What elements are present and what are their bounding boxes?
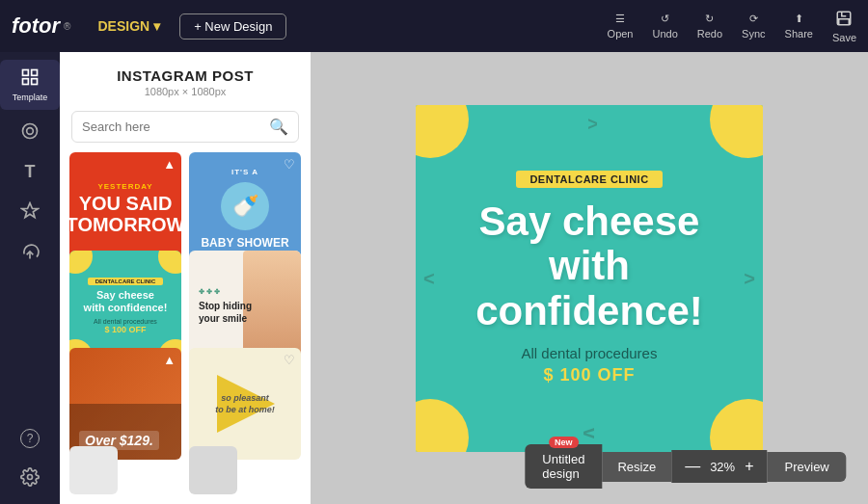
canvas-badge: DENTALCARE CLINIC bbox=[516, 171, 662, 188]
share-label: Share bbox=[785, 28, 813, 40]
save-icon bbox=[835, 10, 853, 29]
sync-label: Sync bbox=[742, 28, 765, 40]
pleasant-card-content: so pleasantto be at home! bbox=[189, 348, 301, 460]
save-button[interactable]: Save bbox=[832, 10, 856, 43]
save-label: Save bbox=[832, 32, 856, 43]
nav-actions: ☰ Open ↺ Undo ↻ Redo ⟳ Sync ⬆ Share Save bbox=[608, 10, 856, 43]
chevron-down-icon: ▾ bbox=[153, 18, 160, 34]
redo-button[interactable]: ↻ Redo bbox=[697, 13, 722, 40]
logo-sup: ® bbox=[64, 21, 70, 32]
template-label: Template bbox=[13, 93, 48, 102]
undo-icon: ↺ bbox=[661, 13, 669, 25]
share-icon: ⬆ bbox=[795, 13, 803, 25]
sidebar-item-effect[interactable] bbox=[0, 194, 60, 230]
effect-icon bbox=[20, 201, 40, 223]
bb-new-badge: New bbox=[549, 437, 579, 448]
undo-button[interactable]: ↺ Undo bbox=[653, 13, 678, 40]
svg-rect-1 bbox=[23, 70, 29, 76]
bookmark-icon: ▲ bbox=[163, 353, 176, 367]
canvas-area: < > ^ v DENTALCARE CLINIC Say cheesewith… bbox=[311, 52, 868, 504]
text-icon: T bbox=[25, 162, 36, 182]
undo-label: Undo bbox=[653, 28, 678, 40]
upload-icon bbox=[20, 242, 40, 263]
svg-rect-4 bbox=[32, 79, 38, 85]
canvas-main-text: Say cheesewith confidence! bbox=[435, 199, 744, 333]
zoom-percent: 32% bbox=[710, 460, 735, 474]
bookmark-icon: ▲ bbox=[163, 157, 176, 172]
template-grid: ▲ YESTERDAY YOU SAIDTOMORROW ♡ It's a 🍼 … bbox=[60, 152, 311, 504]
design-canvas: < > ^ v DENTALCARE CLINIC Say cheesewith… bbox=[416, 105, 763, 452]
canvas-sub-text: All dental procedures bbox=[522, 345, 658, 361]
preview-label: Preview bbox=[785, 460, 829, 474]
zoom-in-button[interactable]: + bbox=[743, 458, 755, 475]
svg-point-6 bbox=[27, 128, 34, 135]
sidebar-item-template[interactable]: Template bbox=[0, 60, 60, 110]
search-bar[interactable]: 🔍 bbox=[71, 111, 299, 143]
design-title: New Untitled design bbox=[525, 444, 602, 489]
element-icon bbox=[20, 121, 40, 143]
logo-text: fotor bbox=[12, 13, 60, 39]
main-area: Template T ? bbox=[0, 52, 868, 504]
zoom-controls: — 32% + bbox=[671, 450, 767, 483]
sidebar-header: INSTAGRAM POST 1080px × 1080px bbox=[60, 52, 311, 105]
heart-icon: ♡ bbox=[284, 157, 295, 172]
settings-icon bbox=[20, 467, 40, 489]
untitled-design-label: Untitled design bbox=[542, 452, 584, 481]
template-card-price[interactable]: ▲ Over $129. bbox=[69, 348, 181, 460]
new-design-button[interactable]: + New Design bbox=[179, 13, 286, 40]
template-card-yesterday[interactable]: ▲ YESTERDAY YOU SAIDTOMORROW bbox=[69, 152, 181, 264]
redo-icon: ↻ bbox=[705, 13, 714, 25]
template-card-pleasant[interactable]: ♡ so pleasantto be at home! bbox=[189, 348, 301, 460]
preview-button[interactable]: Preview bbox=[768, 452, 847, 482]
open-label: Open bbox=[608, 28, 634, 40]
resize-label: Resize bbox=[617, 460, 656, 474]
sidebar-item-element[interactable] bbox=[0, 114, 60, 150]
design-button[interactable]: DESIGN ▾ bbox=[90, 14, 168, 38]
svg-rect-2 bbox=[32, 70, 38, 76]
template-card-partial1[interactable] bbox=[69, 446, 118, 494]
svg-rect-3 bbox=[23, 79, 29, 85]
svg-point-8 bbox=[28, 475, 33, 480]
icon-bar-bottom: ? bbox=[0, 421, 60, 504]
search-input[interactable] bbox=[82, 119, 263, 134]
search-icon: 🔍 bbox=[269, 118, 288, 136]
canvas-content: DENTALCARE CLINIC Say cheesewith confide… bbox=[416, 105, 763, 452]
template-card-baby-shower[interactable]: ♡ It's a 🍼 Baby Shower bbox=[189, 152, 301, 264]
template-card-dental-small[interactable]: ▲ DENTALCARE CLINIC Say cheesewith confi… bbox=[69, 251, 181, 362]
settings-button[interactable] bbox=[0, 460, 60, 496]
template-icon bbox=[20, 67, 40, 89]
panel-subtitle: 1080px × 1080px bbox=[71, 86, 299, 97]
help-icon: ? bbox=[20, 429, 40, 448]
open-icon: ☰ bbox=[615, 13, 625, 25]
top-navbar: fotor® DESIGN ▾ + New Design ☰ Open ↺ Un… bbox=[0, 0, 868, 52]
logo: fotor® bbox=[12, 13, 70, 39]
share-button[interactable]: ⬆ Share bbox=[785, 13, 813, 40]
panel-title: INSTAGRAM POST bbox=[71, 67, 299, 84]
sync-button[interactable]: ⟳ Sync bbox=[742, 13, 765, 40]
template-card-smile[interactable]: ♡ ✤ ✤ ✤ Stop hidingyour smile bbox=[189, 251, 301, 362]
bottom-bar: New Untitled design Resize — 32% + Previ… bbox=[525, 444, 846, 489]
sidebar-item-upload[interactable] bbox=[0, 234, 60, 271]
svg-point-5 bbox=[23, 124, 38, 139]
icon-bar: Template T ? bbox=[0, 52, 60, 504]
help-button[interactable]: ? bbox=[0, 421, 60, 456]
sync-icon: ⟳ bbox=[749, 13, 758, 25]
resize-button[interactable]: Resize bbox=[602, 452, 671, 482]
sidebar-item-text[interactable]: T bbox=[0, 154, 60, 190]
baby-shower-icon: 🍼 bbox=[221, 182, 269, 230]
open-button[interactable]: ☰ Open bbox=[608, 13, 634, 40]
smile-card-content: ✤ ✤ ✤ Stop hidingyour smile bbox=[189, 251, 301, 362]
dental-card-content: DENTALCARE CLINIC Say cheesewith confide… bbox=[69, 251, 181, 362]
sidebar-panel: INSTAGRAM POST 1080px × 1080px 🔍 ▲ YESTE… bbox=[60, 52, 311, 504]
zoom-out-button[interactable]: — bbox=[683, 458, 702, 475]
redo-label: Redo bbox=[697, 28, 722, 40]
new-design-label: + New Design bbox=[194, 19, 272, 34]
canvas-price: $ 100 OFF bbox=[543, 365, 635, 385]
design-label: DESIGN bbox=[97, 18, 149, 34]
